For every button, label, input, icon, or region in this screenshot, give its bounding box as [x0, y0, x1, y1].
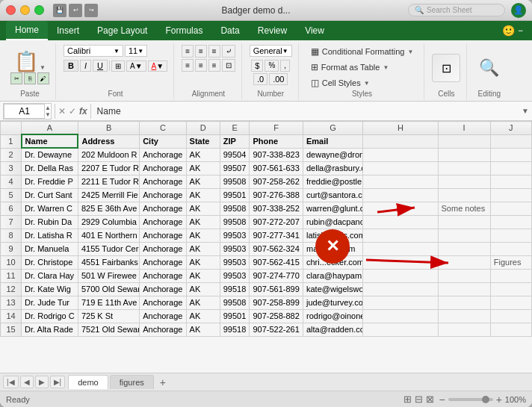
- cell[interactable]: clara@haypam.com: [303, 269, 363, 282]
- align-left[interactable]: ≡: [182, 59, 194, 72]
- zoom-in-button[interactable]: +: [496, 394, 502, 406]
- row-number[interactable]: 10: [1, 255, 22, 269]
- wrap-text[interactable]: ⤶: [222, 45, 235, 58]
- cell[interactable]: 907-562-324: [250, 242, 303, 255]
- format-painter-icon[interactable]: 🖌: [37, 72, 49, 84]
- cell[interactable]: ZIP: [220, 134, 250, 148]
- cell[interactable]: 907-274-770: [250, 269, 303, 282]
- cell[interactable]: 7521 Old Sewar: [78, 323, 139, 336]
- row-number[interactable]: 13: [1, 296, 22, 309]
- increase-decimal[interactable]: .0: [253, 73, 267, 85]
- cell[interactable]: Anchorage: [140, 175, 186, 188]
- cell[interactable]: 99508: [220, 175, 250, 188]
- cell[interactable]: Dr. Christope: [22, 255, 78, 269]
- cell[interactable]: [438, 309, 490, 323]
- cell[interactable]: Email: [303, 134, 363, 148]
- cell[interactable]: Dr. Kate Wig: [22, 282, 78, 296]
- cell[interactable]: [438, 161, 490, 175]
- cell[interactable]: 2929 Columbia: [78, 215, 139, 229]
- cancel-formula-icon[interactable]: ✕: [58, 106, 66, 116]
- col-header-A[interactable]: A: [22, 122, 78, 135]
- cell[interactable]: [363, 175, 438, 188]
- cell[interactable]: [438, 188, 490, 202]
- zoom-out-button[interactable]: −: [439, 394, 445, 406]
- cell[interactable]: [438, 255, 490, 269]
- cell[interactable]: [363, 323, 438, 336]
- sheet-tab-figures[interactable]: figures: [110, 375, 154, 389]
- cell[interactable]: 5700 Old Sewar: [78, 282, 139, 296]
- tab-insert[interactable]: Insert: [48, 21, 88, 40]
- col-header-H[interactable]: H: [363, 122, 438, 135]
- cell[interactable]: AK: [186, 309, 220, 323]
- search-bar[interactable]: 🔍 Search Sheet: [408, 4, 505, 16]
- cell[interactable]: [490, 323, 531, 336]
- tab-view[interactable]: View: [296, 21, 333, 40]
- cell[interactable]: 907-522-261: [250, 323, 303, 336]
- cell[interactable]: State: [186, 134, 220, 148]
- merge-cells[interactable]: ⊡: [222, 59, 235, 72]
- cell[interactable]: 907-338-823: [250, 148, 303, 161]
- row-number[interactable]: 2: [1, 148, 22, 161]
- cell[interactable]: [490, 188, 531, 202]
- cell[interactable]: mar...llar.com: [303, 242, 363, 255]
- confirm-formula-icon[interactable]: ✓: [69, 106, 76, 116]
- cell[interactable]: 99504: [220, 148, 250, 161]
- sheet-tab-demo[interactable]: demo: [68, 375, 108, 389]
- cell[interactable]: jude@turvey.com: [303, 296, 363, 309]
- cell[interactable]: Dr. Manuela: [22, 242, 78, 255]
- cell[interactable]: 99501: [220, 188, 250, 202]
- cell[interactable]: [363, 134, 438, 148]
- cell[interactable]: 907-272-207: [250, 215, 303, 229]
- col-header-J[interactable]: J: [490, 122, 531, 135]
- row-number[interactable]: 4: [1, 175, 22, 188]
- cell[interactable]: 99501: [220, 309, 250, 323]
- cell[interactable]: Anchorage: [140, 323, 186, 336]
- cell[interactable]: Dr. Clara Hay: [22, 269, 78, 282]
- cell[interactable]: 907-276-388: [250, 188, 303, 202]
- row-number[interactable]: 14: [1, 309, 22, 323]
- cell[interactable]: [490, 215, 531, 229]
- cell[interactable]: freddie@postle.com: [303, 175, 363, 188]
- cell[interactable]: 2211 E Tudor R: [78, 175, 139, 188]
- cell[interactable]: Address: [78, 134, 139, 148]
- align-top-right[interactable]: ≡: [208, 45, 220, 58]
- cell[interactable]: 2425 Merrill Fie: [78, 188, 139, 202]
- paste-button-area[interactable]: 📋 ▼: [14, 52, 46, 71]
- cell[interactable]: Anchorage: [140, 229, 186, 242]
- row-number[interactable]: 6: [1, 202, 22, 215]
- ribbon-minimize-icon[interactable]: −: [518, 25, 523, 36]
- cell[interactable]: dewayne@dronko.com: [303, 148, 363, 161]
- fx-icon[interactable]: fx: [79, 106, 87, 116]
- align-right[interactable]: ≡: [208, 59, 220, 72]
- italic-button[interactable]: I: [80, 60, 91, 72]
- cell[interactable]: rodrigo@oinonen.com: [303, 309, 363, 323]
- cell[interactable]: [363, 255, 438, 269]
- col-header-C[interactable]: C: [140, 122, 186, 135]
- number-format-dropdown[interactable]: General▼: [250, 45, 292, 57]
- cell[interactable]: Anchorage: [140, 215, 186, 229]
- cell[interactable]: [363, 215, 438, 229]
- cell[interactable]: [438, 282, 490, 296]
- page-break-view-icon[interactable]: ⊠: [426, 394, 434, 405]
- bold-button[interactable]: B: [64, 60, 78, 72]
- quick-access-icon[interactable]: 💾: [53, 4, 66, 17]
- close-button[interactable]: [6, 5, 16, 15]
- cell[interactable]: Anchorage: [140, 148, 186, 161]
- cell[interactable]: 99507: [220, 161, 250, 175]
- currency-button[interactable]: $: [251, 60, 263, 72]
- cell[interactable]: [438, 134, 490, 148]
- cell[interactable]: [438, 229, 490, 242]
- cell[interactable]: [490, 202, 531, 215]
- cell[interactable]: [363, 282, 438, 296]
- cell[interactable]: [490, 296, 531, 309]
- cell[interactable]: 4551 Fairbanks: [78, 255, 139, 269]
- tab-nav-first[interactable]: |◀: [3, 376, 19, 388]
- user-icon[interactable]: 👤: [511, 3, 526, 18]
- cell[interactable]: AK: [186, 282, 220, 296]
- cell[interactable]: 99503: [220, 255, 250, 269]
- cell[interactable]: Anchorage: [140, 282, 186, 296]
- cell[interactable]: [363, 269, 438, 282]
- cell[interactable]: curt@santora.com: [303, 188, 363, 202]
- cell[interactable]: 99503: [220, 242, 250, 255]
- cell[interactable]: 202 Muldoon R: [78, 148, 139, 161]
